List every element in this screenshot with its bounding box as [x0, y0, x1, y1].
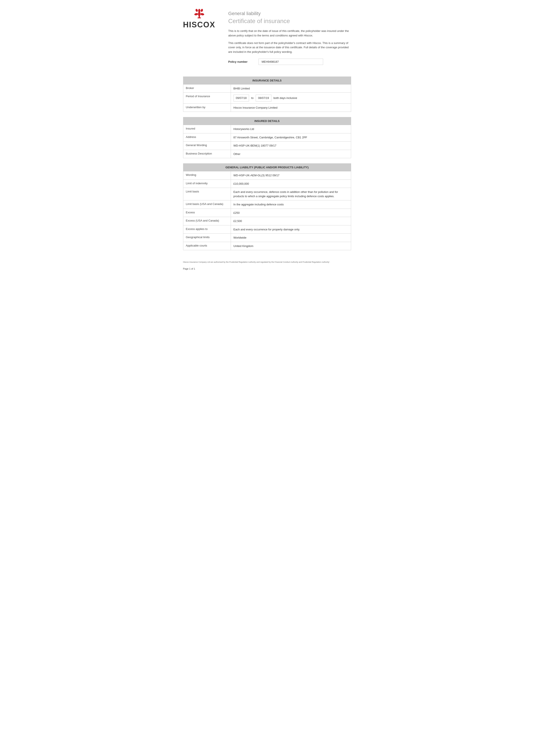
general-liability-section: GENERAL LIABILITY (PUBLIC AND/OR PRODUCT… [183, 163, 351, 250]
svg-rect-3 [198, 12, 200, 16]
period-end: 08/07/19 [256, 94, 271, 101]
general-liability-title: General liability [228, 11, 351, 16]
svg-point-5 [200, 13, 204, 16]
general-wording-value: WD-HSP-UK-BEM(1) 18077 09/17 [231, 142, 351, 150]
limit-basis-usa-row: Limit basis (USA and Canada) In the aggr… [183, 201, 351, 209]
wording-row: Wording WD-HSP-UK-AEM-GL(3) 9512 09/17 [183, 171, 351, 180]
applicable-courts-label: Applicable courts [183, 242, 231, 250]
limit-basis-usa-value: In the aggregate including defence costs [231, 201, 351, 209]
insurance-details-header: INSURANCE DETAILS [183, 77, 351, 85]
business-description-value: Other [231, 150, 351, 158]
limit-basis-value: Each and every occurrence, defence costs… [231, 188, 351, 200]
policy-number-label: Policy number [228, 60, 254, 63]
policy-number-row: Policy number MEH9498187 [228, 59, 351, 65]
excess-applies-label: Excess applies to [183, 226, 231, 233]
applicable-courts-value: United Kingdom [231, 242, 351, 250]
period-value: 09/07/18 to 08/07/19 both days inclusive [231, 93, 351, 103]
limit-basis-row: Limit basis Each and every occurrence, d… [183, 188, 351, 201]
insured-label: Insured [183, 125, 231, 133]
excess-label: Excess [183, 209, 231, 217]
broker-value: BHIB Limited [231, 85, 351, 93]
underwritten-row: Underwritten by Hiscox Insurance Company… [183, 104, 351, 112]
header-section: HISCOX General liability Certificate of … [183, 9, 351, 70]
business-description-label: Business Description [183, 150, 231, 158]
intro-para-2: This certificate does not form part of t… [228, 41, 351, 54]
underwritten-value: Hiscox Insurance Company Limited [231, 104, 351, 112]
insured-details-header: INSURED DETAILS [183, 117, 351, 125]
period-fields: 09/07/18 to 08/07/19 both days inclusive [234, 94, 348, 101]
page-number: Page 1 of 1 [183, 267, 351, 270]
limit-indemnity-value: £10,000,000 [231, 180, 351, 188]
underwritten-label: Underwritten by [183, 104, 231, 112]
excess-usa-label: Excess (USA and Canada) [183, 217, 231, 225]
business-description-row: Business Description Other [183, 150, 351, 158]
svg-point-1 [195, 9, 198, 12]
insured-details-section: INSURED DETAILS Insured Historyworks Ltd… [183, 117, 351, 158]
logo-container: HISCOX [183, 9, 216, 29]
intro-para-1: This is to certify that on the date of i… [228, 29, 351, 38]
broker-row: Broker BHIB Limited [183, 85, 351, 93]
excess-usa-value: £2,500 [231, 217, 351, 225]
title-container: General liability Certificate of insuran… [228, 9, 351, 70]
broker-label: Broker [183, 85, 231, 93]
excess-usa-row: Excess (USA and Canada) £2,500 [183, 217, 351, 226]
period-row: Period of Insurance 09/07/18 to 08/07/19… [183, 93, 351, 104]
excess-row: Excess £250 [183, 209, 351, 217]
geo-limits-value: Worldwide [231, 233, 351, 242]
policy-number-value: MEH9498187 [259, 59, 323, 65]
geo-limits-row: Geographical limits Worldwide [183, 233, 351, 242]
wording-label: Wording [183, 171, 231, 179]
excess-applies-value: Each and every occurrence for property d… [231, 226, 351, 233]
general-wording-label: General Wording [183, 142, 231, 150]
limit-indemnity-row: Limit of indemnity £10,000,000 [183, 180, 351, 188]
hiscox-wordmark: HISCOX [183, 20, 216, 29]
limit-basis-usa-label: Limit basis (USA and Canada) [183, 201, 231, 209]
wording-value: WD-HSP-UK-AEM-GL(3) 9512 09/17 [231, 171, 351, 179]
period-label: Period of Insurance [183, 93, 231, 103]
svg-point-0 [198, 9, 200, 13]
insured-row: Insured Historyworks Ltd [183, 125, 351, 133]
period-start: 09/07/18 [234, 94, 249, 101]
address-value: 87 Ainsworth Street, Cambridge, Cambridg… [231, 133, 351, 142]
insurance-details-section: INSURANCE DETAILS Broker BHIB Limited Pe… [183, 76, 351, 112]
intro-text: This is to certify that on the date of i… [228, 29, 351, 54]
period-to-word: to [249, 96, 256, 100]
limit-indemnity-label: Limit of indemnity [183, 180, 231, 188]
limit-basis-label: Limit basis [183, 188, 231, 200]
general-liability-header: GENERAL LIABILITY (PUBLIC AND/OR PRODUCT… [183, 164, 351, 171]
svg-point-2 [200, 9, 203, 12]
cert-title: Certificate of insurance [228, 18, 351, 25]
excess-applies-row: Excess applies to Each and every occurre… [183, 226, 351, 234]
insured-value: Historyworks Ltd [231, 125, 351, 133]
general-wording-row: General Wording WD-HSP-UK-BEM(1) 18077 0… [183, 142, 351, 150]
excess-value: £250 [231, 209, 351, 217]
address-row: Address 87 Ainsworth Street, Cambridge, … [183, 133, 351, 142]
applicable-courts-row: Applicable courts United Kingdom [183, 242, 351, 250]
svg-point-4 [194, 13, 198, 16]
period-inclusive-text: both days inclusive [271, 96, 297, 100]
geo-limits-label: Geographical limits [183, 233, 231, 242]
address-label: Address [183, 133, 231, 142]
hiscox-logo-icon [193, 9, 206, 19]
footer-text: Hiscox Insurance Company Ltd are authori… [183, 259, 351, 263]
svg-rect-7 [197, 17, 201, 18]
